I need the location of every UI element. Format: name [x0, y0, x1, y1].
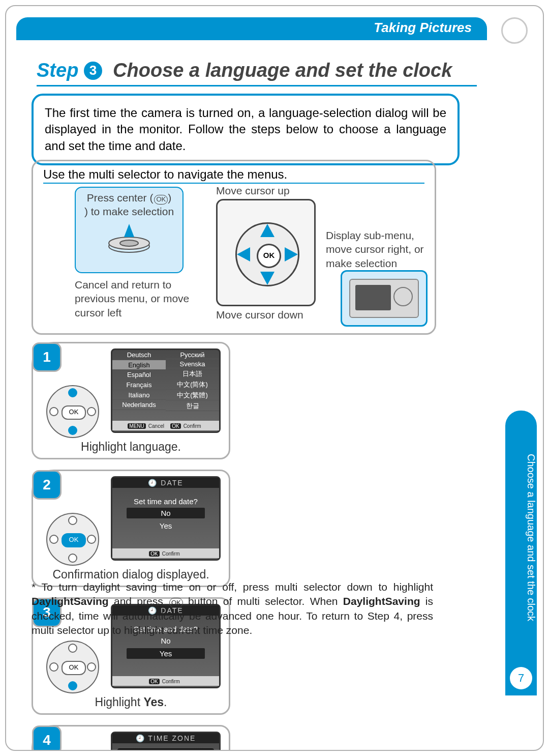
header-title: Taking Pictures	[374, 20, 472, 36]
camera-thumbnail	[341, 270, 428, 327]
step-number: 3	[84, 62, 102, 80]
step-word: Step	[37, 60, 78, 81]
tz-row: 🏠London, Casablanca ▶	[117, 748, 214, 751]
lcd-language: Deutsch English Español Français Italian…	[111, 348, 221, 433]
press-center-callout: Press center (OK) ) to make selection	[75, 187, 184, 273]
right-callout: Display sub-menu, move cursor right, or …	[326, 228, 440, 270]
side-label: Choose a language and set the clock	[505, 421, 537, 655]
arrow-down-icon	[68, 681, 77, 690]
ok-button-icon: OK	[257, 244, 281, 268]
multi-selector-pad: OK	[235, 222, 299, 286]
steps-grid: 1 OK Deutsch English Español Français It…	[32, 342, 433, 751]
step-caption: Highlight language.	[33, 440, 229, 454]
footnote: * To turn daylight saving time on or off…	[32, 580, 433, 637]
arrow-up-icon	[68, 388, 77, 397]
ok-label: OK	[62, 533, 86, 547]
side-tab: Choose a language and set the clock 7	[505, 411, 537, 695]
page-number: 7	[510, 667, 532, 689]
ok-icon: OK	[154, 195, 168, 205]
arrow-up-icon	[260, 224, 274, 237]
selector-icon: OK	[46, 385, 99, 438]
ok-label: OK	[62, 661, 86, 675]
selector-heading: Use the multi selector to navigate the m…	[43, 167, 424, 184]
arrow-left-icon	[237, 247, 250, 261]
selector-icon: OK	[46, 513, 99, 566]
lcd-timezone: 🕘 TIME ZONE 🏠London, Casablanca ▶ ☐ Dayl…	[111, 732, 221, 751]
selector-box: Use the multi selector to navigate the m…	[32, 160, 436, 335]
step-card-2: 2 OK 🕘 DATE Set time and date? No Yes OK…	[32, 470, 230, 587]
step-badge: 1	[32, 342, 62, 372]
step-title: Choose a language and set the clock	[113, 60, 452, 81]
down-callout: Move cursor down	[216, 309, 303, 321]
svg-marker-3	[124, 224, 134, 237]
step-card-4: 4 OK 🕘 TIME ZONE 🏠London, Casablanca ▶ ☐…	[32, 725, 230, 751]
clock-icon: 🕘	[136, 734, 145, 742]
step-caption: Highlight Yes.	[33, 695, 229, 709]
camera-back-diagram: OK	[216, 199, 316, 306]
intro-box: The first time the camera is turned on, …	[32, 94, 460, 165]
clock-icon: 🕘	[148, 479, 158, 487]
corner-ornament	[501, 17, 528, 44]
step-badge: 4	[32, 725, 62, 751]
step-heading: Step 3 Choose a language and set the clo…	[37, 60, 477, 86]
step-card-1: 1 OK Deutsch English Español Français It…	[32, 342, 230, 459]
selector-icon: OK	[46, 641, 99, 693]
cancel-callout: Cancel and return to previous menu, or m…	[75, 278, 192, 319]
step-caption: Confirmation dialog displayed.	[33, 568, 229, 581]
svg-point-2	[120, 240, 138, 246]
lcd-date: 🕘 DATE Set time and date? No Yes OKConfi…	[111, 476, 221, 561]
step-badge: 2	[32, 470, 62, 500]
ok-label: OK	[62, 405, 86, 420]
ok-icon: OK	[169, 598, 183, 608]
arrow-down-icon	[260, 272, 274, 285]
dial-icon	[106, 223, 152, 253]
up-callout: Move cursor up	[216, 185, 290, 197]
home-icon: 🏠	[130, 750, 138, 751]
arrow-right-icon	[285, 247, 298, 261]
arrow-down-icon	[68, 426, 77, 435]
